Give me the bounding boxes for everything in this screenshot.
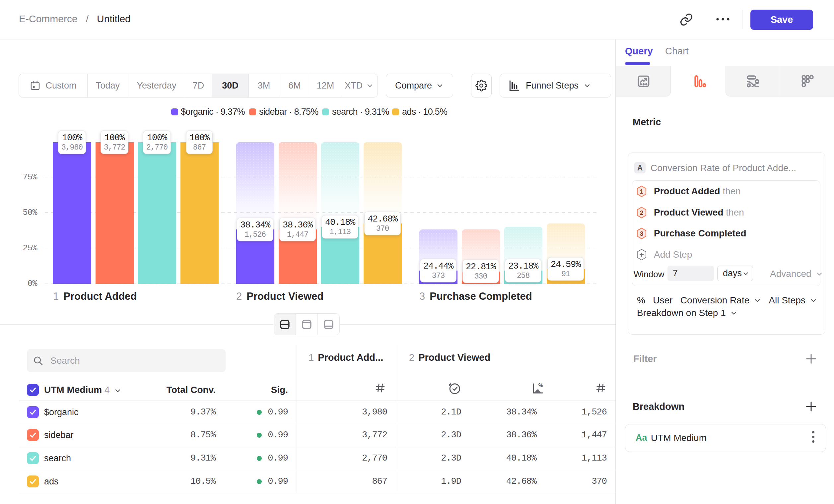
svg-text:3: 3 [640, 230, 643, 237]
svg-text:1: 1 [640, 188, 643, 195]
svg-text:2: 2 [640, 209, 643, 216]
svg-text:%: % [539, 382, 543, 389]
